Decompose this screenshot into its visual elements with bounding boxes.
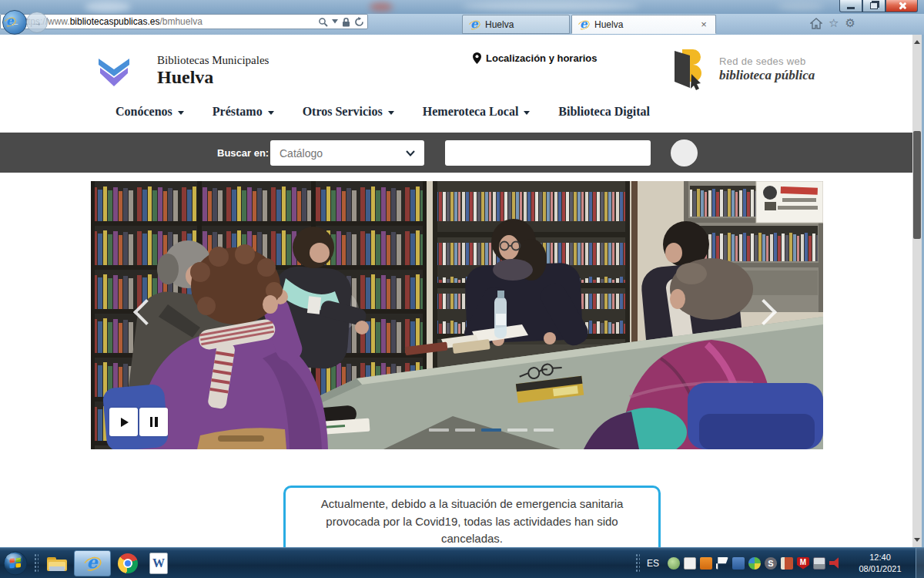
windows-start-icon [3, 551, 28, 576]
carousel-photo [91, 181, 823, 449]
nav-item-biblioteca-digital[interactable]: Biblioteca Digital [558, 105, 650, 119]
refresh-icon[interactable] [354, 17, 364, 27]
tab-favicon: e [468, 18, 480, 31]
chrome-icon [118, 553, 138, 573]
tab-title: Huelva [485, 19, 564, 30]
tray-icon-volume-muted[interactable] [829, 557, 842, 570]
scrollbar-thumb[interactable] [913, 131, 921, 239]
brand-subtitle: Bibliotecas Municipales [157, 54, 269, 66]
window-restore-button[interactable] [862, 0, 886, 12]
start-button[interactable] [2, 550, 29, 576]
tab-close-button[interactable]: × [698, 18, 710, 30]
minimize-icon [847, 7, 855, 9]
tray-icon-network[interactable] [813, 557, 825, 570]
scroll-down-button[interactable] [912, 534, 922, 546]
main-navigation: Conócenos Préstamo Otros Servicios Hemer… [0, 105, 912, 119]
taskbar-ie-button-active[interactable]: e [74, 550, 111, 576]
tray-icon-updater[interactable] [668, 557, 680, 570]
forward-arrow-icon: → [32, 17, 42, 28]
restore-icon [870, 2, 878, 9]
system-tray: ES S M 12:40 08/01/2021 [632, 548, 924, 578]
explorer-folder-icon [46, 554, 68, 573]
biblioteca-publica-logo-icon [671, 48, 711, 91]
tray-icon-office[interactable] [700, 557, 712, 570]
window-titlebar[interactable] [0, 0, 924, 14]
tray-icon-reader[interactable] [781, 557, 793, 570]
search-band: Buscar en: Catálogo [0, 133, 912, 173]
network-logo-line1: Red de sedes web [719, 55, 815, 67]
play-icon [121, 418, 129, 427]
brand-title[interactable]: Huelva [157, 67, 213, 87]
tab-favicon: e [578, 18, 590, 31]
address-dropdown-icon[interactable] [332, 19, 338, 24]
home-icon[interactable] [810, 18, 822, 29]
library-logo-icon [97, 57, 131, 88]
scroll-up-button[interactable] [912, 36, 922, 48]
lock-icon [342, 17, 350, 27]
dropdown-arrow-icon [178, 111, 184, 115]
carousel-indicators [429, 428, 554, 432]
search-input[interactable] [445, 140, 651, 166]
carousel-pause-button[interactable] [139, 408, 168, 436]
location-hours-link[interactable]: Localización y horarios [473, 52, 598, 64]
carousel-indicator[interactable] [429, 428, 449, 432]
scroll-up-icon [914, 40, 920, 44]
taskbar-chrome-button[interactable] [114, 550, 142, 576]
taskbar-clock[interactable]: 12:40 08/01/2021 [853, 552, 907, 575]
nav-item-prestamo[interactable]: Préstamo [213, 105, 274, 119]
dropdown-arrow-icon [524, 111, 530, 115]
taskbar: e W ES S M 12:40 08/01/2021 [0, 547, 924, 578]
tray-icon-sync[interactable] [748, 557, 761, 570]
forward-button[interactable]: → [26, 12, 48, 33]
network-logo-line2: biblioteca pública [719, 68, 815, 83]
browser-tab-2-active[interactable]: e Huelva × [571, 15, 716, 34]
carousel-indicator[interactable] [534, 428, 554, 432]
window-minimize-button[interactable] [839, 0, 862, 12]
nav-item-otros-servicios[interactable]: Otros Servicios [303, 105, 394, 119]
taskbar-separator [34, 553, 38, 573]
nav-item-hemeroteca-local[interactable]: Hemeroteca Local [423, 105, 531, 119]
word-icon: W [149, 553, 168, 574]
taskbar-word-button[interactable]: W [145, 550, 172, 576]
address-bar[interactable]: e https://www.bibliotecaspublicas.es/bmh… [0, 14, 368, 29]
search-icon[interactable] [318, 17, 328, 27]
close-icon [898, 2, 906, 10]
favorites-star-icon[interactable]: ☆ [829, 16, 839, 30]
search-scope-select[interactable]: Catálogo [270, 140, 424, 166]
language-indicator[interactable]: ES [647, 558, 659, 569]
tray-icon-mcafee-shield[interactable]: M [797, 557, 809, 570]
nav-item-conocenos[interactable]: Conócenos [116, 105, 184, 119]
browser-tab-1[interactable]: e Huelva [462, 15, 570, 34]
network-logo: Red de sedes web biblioteca pública [671, 48, 815, 91]
wall-poster [756, 181, 823, 223]
window-close-button[interactable] [886, 0, 918, 12]
carousel-play-button[interactable] [109, 408, 138, 436]
browser-toolbar: ← → e https://www.bibliotecaspublicas.es… [0, 14, 924, 35]
scroll-down-icon [914, 538, 920, 542]
page-scrollbar[interactable] [912, 35, 922, 547]
show-desktop-button[interactable] [916, 548, 924, 578]
search-label: Buscar en: [217, 147, 269, 159]
tray-icon-clock-app[interactable]: S [765, 557, 777, 570]
internet-explorer-icon: e [83, 554, 102, 573]
pause-icon [150, 417, 158, 427]
clock-date: 08/01/2021 [853, 563, 907, 575]
url-text[interactable]: https://www.bibliotecaspublicas.es/bmhue… [20, 16, 318, 27]
tray-icon-bluetooth[interactable] [732, 557, 745, 570]
tray-icon-action-center-flag[interactable] [716, 557, 728, 570]
carousel-indicator-active[interactable] [481, 428, 501, 432]
search-scope-value: Catálogo [280, 147, 323, 160]
settings-gear-icon[interactable]: ⚙ [845, 16, 855, 30]
taskbar-explorer-button[interactable] [43, 550, 71, 576]
dropdown-arrow-icon [388, 111, 394, 115]
carousel-indicator[interactable] [455, 428, 475, 432]
carousel-indicator[interactable] [507, 428, 527, 432]
tray-icon-app[interactable] [684, 557, 696, 570]
chevron-down-icon [406, 150, 415, 156]
search-submit-button[interactable] [671, 139, 698, 166]
webpage: Bibliotecas Municipales Huelva Localizac… [0, 35, 912, 547]
tray-separator [635, 553, 640, 573]
carousel [91, 181, 823, 449]
map-pin-icon [473, 52, 481, 64]
screen: ← → e https://www.bibliotecaspublicas.es… [0, 0, 924, 578]
